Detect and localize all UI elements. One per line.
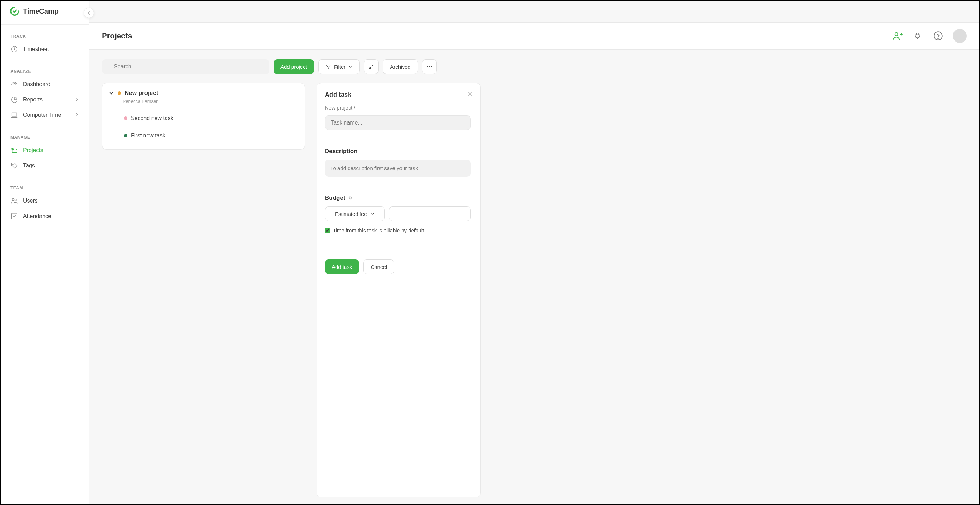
budget-label: Budget ⚙ — [325, 195, 471, 202]
svg-rect-9 — [11, 213, 18, 219]
svg-point-14 — [429, 66, 430, 67]
projects-panel: New project Rebecca Bernsen Second new t… — [102, 83, 305, 149]
svg-point-8 — [15, 199, 16, 201]
users-icon — [11, 197, 18, 205]
archived-button[interactable]: Archived — [383, 59, 418, 74]
nav-label: Projects — [23, 147, 43, 154]
billable-label: Time from this task is billable by defau… — [333, 227, 424, 233]
sidebar-item-dashboard[interactable]: Dashboard — [1, 77, 89, 92]
project-row[interactable]: New project — [102, 88, 305, 98]
svg-point-12 — [938, 38, 939, 38]
nav-label: Reports — [23, 97, 43, 103]
cancel-button[interactable]: Cancel — [363, 259, 394, 274]
page-header: Projects — [89, 23, 979, 49]
svg-point-15 — [431, 66, 431, 67]
more-button[interactable] — [422, 59, 437, 74]
task-name-input[interactable] — [325, 116, 471, 130]
billable-checkbox[interactable] — [325, 228, 330, 233]
nav-label: Tags — [23, 162, 35, 169]
close-button[interactable] — [467, 91, 473, 98]
dots-icon — [426, 64, 433, 70]
project-owner: Rebecca Bernsen — [102, 99, 305, 104]
add-project-button[interactable]: Add project — [274, 59, 314, 74]
collapse-all-button[interactable] — [364, 59, 379, 74]
sidebar-item-reports[interactable]: Reports — [1, 92, 89, 107]
description-placeholder: To add description first save your task — [325, 160, 471, 177]
user-plus-icon — [892, 31, 903, 41]
close-icon — [467, 91, 473, 97]
chevron-down-icon — [348, 65, 352, 69]
invite-user-button[interactable] — [892, 30, 903, 41]
folders-icon — [11, 146, 18, 154]
sidebar-item-projects[interactable]: Projects — [1, 143, 89, 158]
sidebar-item-tags[interactable]: Tags — [1, 158, 89, 173]
nav-label: Computer Time — [23, 112, 61, 118]
logo[interactable]: TimeCamp — [1, 1, 89, 22]
section-track: TRACK — [1, 27, 89, 41]
chevron-down-icon — [108, 91, 114, 95]
section-manage: MANAGE — [1, 129, 89, 143]
svg-rect-5 — [12, 113, 17, 116]
task-color-dot — [124, 116, 127, 120]
budget-type-select[interactable]: Estimated fee — [325, 206, 385, 221]
clock-icon — [11, 45, 18, 53]
gauge-icon — [11, 81, 18, 88]
section-analyze: ANALYZE — [1, 63, 89, 77]
task-color-dot — [124, 134, 127, 137]
collapse-sidebar-button[interactable] — [84, 8, 94, 18]
sidebar: TimeCamp TRACK Timesheet ANALYZE Dashboa… — [1, 1, 89, 504]
svg-point-1 — [13, 84, 13, 84]
logo-icon — [10, 6, 19, 16]
breadcrumb: New project / — [325, 105, 471, 111]
topbar — [89, 1, 979, 23]
nav-label: Dashboard — [23, 81, 50, 87]
task-row[interactable]: First new task — [102, 127, 305, 145]
logo-text: TimeCamp — [23, 7, 59, 15]
gear-icon[interactable]: ⚙ — [348, 196, 352, 200]
task-name: Second new task — [131, 115, 173, 121]
svg-point-7 — [12, 199, 14, 201]
plug-icon — [913, 32, 923, 40]
svg-point-6 — [13, 164, 13, 165]
sidebar-item-timesheet[interactable]: Timesheet — [1, 41, 89, 57]
nav-label: Users — [23, 198, 38, 204]
chevron-left-icon — [87, 11, 91, 15]
billable-checkbox-row[interactable]: Time from this task is billable by defau… — [325, 227, 471, 233]
budget-value-input[interactable] — [389, 206, 471, 221]
integrations-button[interactable] — [912, 30, 923, 41]
nav-label: Attendance — [23, 213, 51, 219]
svg-point-10 — [895, 33, 898, 36]
section-team: TEAM — [1, 179, 89, 193]
sidebar-item-computer-time[interactable]: Computer Time — [1, 107, 89, 123]
description-label: Description — [325, 148, 471, 155]
add-task-panel: Add task New project / Description To ad… — [317, 83, 481, 497]
task-row[interactable]: Second new task — [102, 110, 305, 127]
collapse-icon — [368, 64, 374, 70]
nav-label: Timesheet — [23, 46, 49, 52]
chevron-right-icon — [75, 112, 79, 118]
tag-icon — [11, 162, 18, 170]
toolbar: Add project Filter Archived — [89, 49, 979, 79]
panel-title: Add task — [325, 91, 475, 98]
svg-point-13 — [427, 66, 428, 67]
filter-icon — [326, 64, 331, 70]
chevron-down-icon — [371, 212, 375, 216]
sidebar-item-attendance[interactable]: Attendance — [1, 208, 89, 224]
project-name: New project — [124, 90, 158, 97]
help-icon — [933, 31, 943, 41]
svg-point-2 — [14, 83, 14, 83]
checkbox-icon — [11, 213, 18, 220]
pie-chart-icon — [11, 96, 18, 103]
svg-point-3 — [15, 84, 16, 84]
laptop-icon — [11, 111, 18, 119]
main: Projects Add project Filter Archived — [89, 1, 979, 504]
add-task-button[interactable]: Add task — [325, 259, 359, 274]
help-button[interactable] — [932, 30, 944, 41]
filter-button[interactable]: Filter — [318, 59, 360, 74]
page-title: Projects — [102, 32, 132, 40]
avatar[interactable] — [953, 29, 967, 43]
search-input[interactable] — [102, 59, 269, 74]
sidebar-item-users[interactable]: Users — [1, 193, 89, 208]
chevron-right-icon — [75, 97, 79, 103]
project-color-dot — [118, 91, 121, 95]
